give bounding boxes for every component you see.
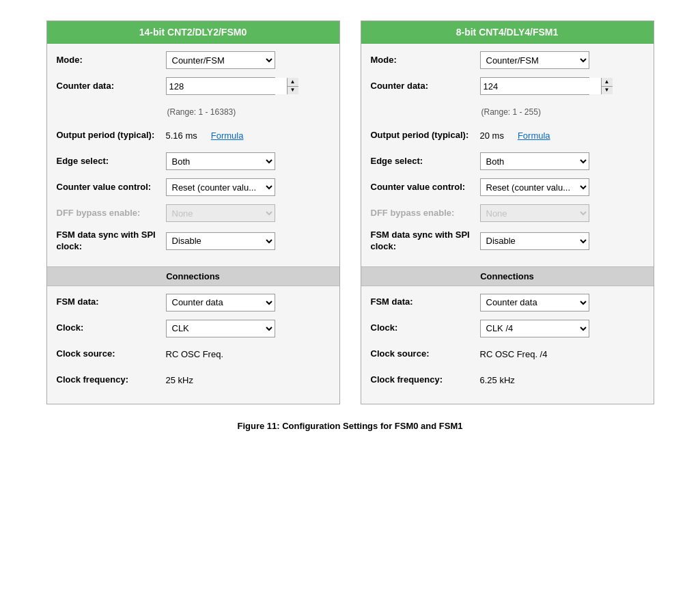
edge-select-1[interactable]: Both Rising Falling [166,152,275,170]
fsm-sync-value-2[interactable]: Disable Enable [480,232,644,250]
clock-freq-value-2: 6.25 kHz [480,375,644,385]
counter-control-row-1: Counter value control: Reset (counter va… [57,178,330,197]
clock-freq-row-2: Clock frequency: 6.25 kHz [371,371,644,390]
fsm-sync-label-2: FSM data sync with SPI clock: [371,230,480,253]
counter-data-input-2[interactable] [481,78,601,94]
edge-select-2[interactable]: Both Rising Falling [480,152,589,170]
clock-label-2: Clock: [371,322,480,334]
connections-header-2: Connections [361,266,654,286]
edge-select-row-2: Edge select: Both Rising Falling [371,152,644,171]
clock-source-value-2: RC OSC Freq. /4 [480,349,644,359]
output-period-row-2: Output period (typical): 20 ms Formula [371,126,644,145]
panel-fsm0: 14-bit CNT2/DLY2/FSM0 Mode: Counter/FSM … [46,20,340,404]
counter-data-input-1[interactable] [167,78,287,94]
spinner-buttons-1: ▲ ▼ [287,78,298,94]
dff-bypass-row-1: DFF bypass enable: None [57,204,330,223]
fsm-data-row-2: FSM data: Counter data [371,293,644,312]
range-row-2: (Range: 1 - 255) [371,102,644,122]
output-period-value-2: 20 ms Formula [480,130,644,141]
dff-bypass-label-2: DFF bypass enable: [371,208,480,219]
panels-container: 14-bit CNT2/DLY2/FSM0 Mode: Counter/FSM … [46,20,654,404]
fsm-data-select-2[interactable]: Counter data [480,294,589,312]
clock-freq-row-1: Clock frequency: 25 kHz [57,371,330,390]
connections-header-1: Connections [47,266,339,286]
period-value-1: 5.16 ms [166,130,197,141]
edge-select-value-2[interactable]: Both Rising Falling [480,152,644,170]
clock-freq-label-2: Clock frequency: [371,374,480,386]
dff-bypass-select-1[interactable]: None [166,204,275,222]
clock-row-2: Clock: CLK CLK /2 CLK /4 CLK /8 [371,319,644,338]
spinner-buttons-2: ▲ ▼ [601,78,613,94]
output-period-label-1: Output period (typical): [57,130,166,141]
counter-data-row-2: Counter data: ▲ ▼ [371,77,644,96]
mode-row-1: Mode: Counter/FSM [57,51,330,70]
dff-bypass-select-2[interactable]: None [480,204,589,222]
spinner-down-1[interactable]: ▼ [288,87,298,95]
counter-data-label-1: Counter data: [57,81,166,92]
connections-body-1: FSM data: Counter data Clock: CLK CLK /2… [47,286,339,404]
dff-bypass-row-2: DFF bypass enable: None [371,204,644,223]
fsm-data-value-2[interactable]: Counter data [480,294,644,312]
range-row-1: (Range: 1 - 16383) [57,102,330,122]
output-period-row-1: Output period (typical): 5.16 ms Formula [57,126,330,145]
fsm-sync-row-2: FSM data sync with SPI clock: Disable En… [371,230,644,253]
clock-select-1[interactable]: CLK CLK /2 CLK /4 CLK /8 [166,320,275,337]
formula-link-1[interactable]: Formula [211,130,244,141]
clock-label-1: Clock: [57,322,166,334]
mode-select-1[interactable]: Counter/FSM [166,51,275,69]
clock-source-value-1: RC OSC Freq. [166,349,330,359]
mode-select-2[interactable]: Counter/FSM [480,51,589,69]
mode-value-1[interactable]: Counter/FSM [166,51,330,69]
spinner-down-2[interactable]: ▼ [602,87,613,95]
counter-control-label-1: Counter value control: [57,182,166,193]
panel-fsm0-body: Mode: Counter/FSM Counter data: ▲ ▼ [47,44,339,266]
counter-control-value-2[interactable]: Reset (counter valu... [480,178,644,196]
dff-bypass-value-2: None [480,204,644,222]
fsm-data-value-1[interactable]: Counter data [166,294,330,312]
fsm-data-label-2: FSM data: [371,296,480,308]
mode-value-2[interactable]: Counter/FSM [480,51,644,69]
formula-link-2[interactable]: Formula [518,130,550,141]
fsm-sync-select-1[interactable]: Disable Enable [166,232,275,250]
spinner-up-1[interactable]: ▲ [288,78,298,87]
output-period-label-2: Output period (typical): [371,130,480,141]
fsm-sync-select-2[interactable]: Disable Enable [480,232,589,250]
clock-source-label-1: Clock source: [57,348,166,360]
clock-freq-value-1: 25 kHz [166,375,330,385]
fsm-sync-value-1[interactable]: Disable Enable [166,232,330,250]
edge-select-row-1: Edge select: Both Rising Falling [57,152,330,171]
clock-select-2[interactable]: CLK CLK /2 CLK /4 CLK /8 [480,320,589,337]
fsm-data-select-1[interactable]: Counter data [166,294,275,312]
clock-source-row-2: Clock source: RC OSC Freq. /4 [371,345,644,364]
counter-data-spinner-1[interactable]: ▲ ▼ [166,77,275,95]
counter-data-label-2: Counter data: [371,81,480,92]
counter-control-select-2[interactable]: Reset (counter valu... [480,178,589,196]
connections-body-2: FSM data: Counter data Clock: CLK CLK /2… [361,286,654,404]
counter-data-value-1: ▲ ▼ [166,77,330,95]
edge-select-value-1[interactable]: Both Rising Falling [166,152,330,170]
fsm-data-label-1: FSM data: [57,296,166,308]
clock-value-1[interactable]: CLK CLK /2 CLK /4 CLK /8 [166,320,330,337]
panel-fsm1: 8-bit CNT4/DLY4/FSM1 Mode: Counter/FSM C… [361,20,654,404]
edge-select-label-1: Edge select: [57,156,166,167]
counter-data-spinner-2[interactable]: ▲ ▼ [480,77,589,95]
counter-data-value-2: ▲ ▼ [480,77,644,95]
range-text-2: (Range: 1 - 255) [480,107,644,117]
figure-caption: Figure 11: Configuration Settings for FS… [237,421,462,431]
clock-row-1: Clock: CLK CLK /2 CLK /4 CLK /8 [57,319,330,338]
mode-label-2: Mode: [371,55,480,66]
clock-source-label-2: Clock source: [371,348,480,360]
fsm-sync-label-1: FSM data sync with SPI clock: [57,230,166,253]
mode-label-1: Mode: [57,55,166,66]
panel-fsm1-title: 8-bit CNT4/DLY4/FSM1 [361,21,654,44]
fsm-sync-row-1: FSM data sync with SPI clock: Disable En… [57,230,330,253]
spinner-up-2[interactable]: ▲ [602,78,613,87]
counter-control-value-1[interactable]: Reset (counter valu... [166,178,330,196]
edge-select-label-2: Edge select: [371,156,480,167]
clock-value-2[interactable]: CLK CLK /2 CLK /4 CLK /8 [480,320,644,337]
counter-data-row-1: Counter data: ▲ ▼ [57,77,330,96]
clock-freq-label-1: Clock frequency: [57,374,166,386]
counter-control-select-1[interactable]: Reset (counter valu... [166,178,275,196]
counter-control-label-2: Counter value control: [371,182,480,193]
period-value-2: 20 ms [480,130,504,141]
